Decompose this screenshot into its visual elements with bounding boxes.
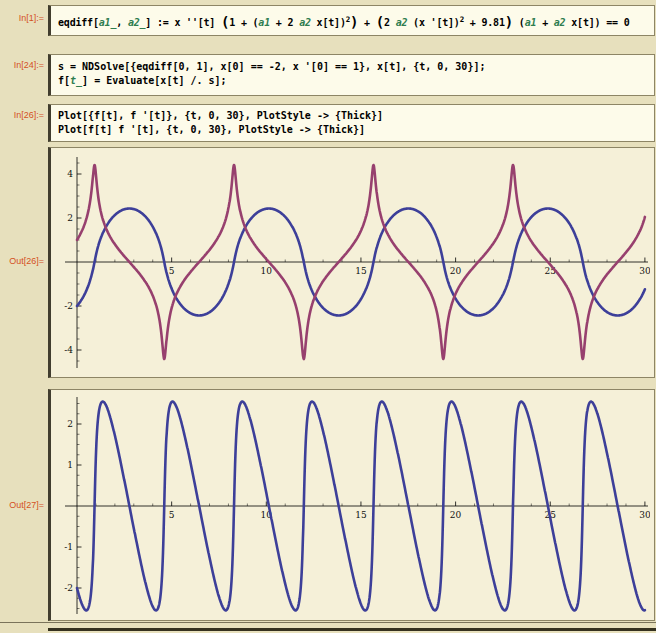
code-line[interactable]: s = NDSolve[{eqdiff[0, 1], x[0] == -2, x… bbox=[51, 60, 654, 74]
svg-text:20: 20 bbox=[450, 510, 462, 520]
svg-text:30: 30 bbox=[639, 266, 650, 276]
code-line[interactable]: eqdiff[a1_, a2_] := x ''[t] (1 + (a1 + 2… bbox=[51, 13, 654, 30]
svg-text:15: 15 bbox=[355, 510, 367, 520]
svg-text:2: 2 bbox=[67, 419, 73, 429]
mathematica-notebook: In[1]:= In[24]:= In[26]:= Out[26]= Out[2… bbox=[0, 0, 656, 633]
output-cell-plot-f-and-fprime[interactable]: 510152025302-24-4 bbox=[48, 147, 655, 378]
code-line[interactable]: Plot[f[t] f '[t], {t, 0, 30}, PlotStyle … bbox=[51, 123, 654, 137]
input-cell-plot-commands[interactable]: Plot[{f[t], f '[t]}, {t, 0, 30}, PlotSty… bbox=[48, 104, 655, 142]
svg-text:4: 4 bbox=[67, 169, 73, 179]
svg-text:-1: -1 bbox=[64, 542, 73, 552]
input-cell-ndsolve[interactable]: s = NDSolve[{eqdiff[0, 1], x[0] == -2, x… bbox=[48, 54, 655, 96]
input-cell-eqdiff-definition[interactable]: eqdiff[a1_, a2_] := x ''[t] (1 + (a1 + 2… bbox=[48, 5, 655, 36]
svg-text:1: 1 bbox=[67, 460, 73, 470]
svg-text:10: 10 bbox=[261, 266, 273, 276]
svg-text:2: 2 bbox=[67, 213, 73, 223]
svg-text:20: 20 bbox=[450, 266, 462, 276]
svg-text:-2: -2 bbox=[64, 301, 73, 311]
svg-text:-2: -2 bbox=[64, 583, 73, 593]
svg-text:-4: -4 bbox=[64, 345, 73, 355]
next-cell-top-edge bbox=[48, 628, 656, 631]
output-cell-plot-product[interactable]: 510152025301-12-2 bbox=[48, 389, 655, 621]
svg-text:30: 30 bbox=[639, 510, 650, 520]
cell-label-in26: In[26]:= bbox=[0, 110, 44, 120]
svg-text:15: 15 bbox=[355, 266, 367, 276]
cell-label-out27: Out[27]= bbox=[0, 500, 44, 510]
plot-out27-graphic: 510152025301-12-2 bbox=[53, 391, 650, 619]
svg-text:5: 5 bbox=[169, 266, 175, 276]
code-line[interactable]: f[t_] = Evaluate[x[t] /. s]; bbox=[51, 74, 654, 88]
cell-insertion-line[interactable] bbox=[0, 622, 656, 623]
code-line[interactable]: Plot[{f[t], f '[t]}, {t, 0, 30}, PlotSty… bbox=[51, 109, 654, 123]
cell-label-in1: In[1]:= bbox=[0, 13, 44, 23]
plot-out26-graphic: 510152025302-24-4 bbox=[53, 149, 650, 376]
cell-label-in24: In[24]:= bbox=[0, 60, 44, 70]
cell-label-out26: Out[26]= bbox=[0, 256, 44, 266]
svg-text:5: 5 bbox=[169, 510, 175, 520]
